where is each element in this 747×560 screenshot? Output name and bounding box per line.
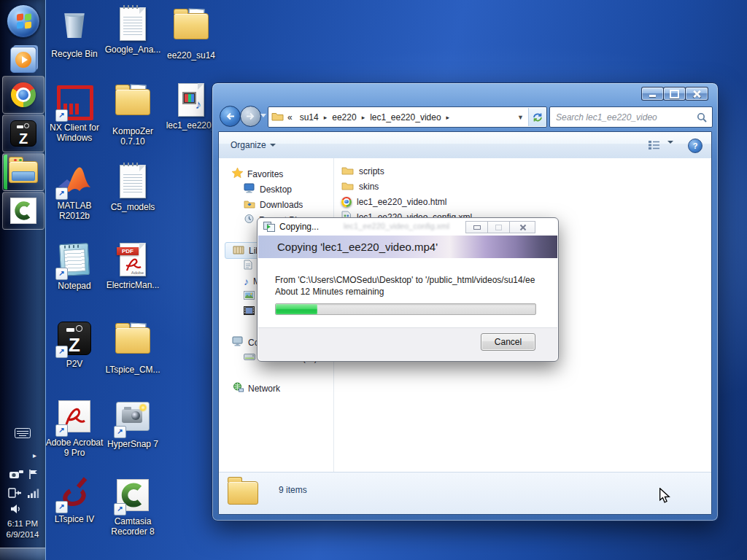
dialog-minimize-button[interactable] — [465, 221, 488, 233]
taskbar-item-media-player[interactable] — [10, 47, 36, 73]
desktop-icon-notepad[interactable]: ↗ Notepad — [42, 241, 107, 291]
command-toolbar: Organize ? — [219, 132, 711, 159]
search-icon[interactable] — [697, 112, 712, 122]
breadcrumb-ee220[interactable]: ee220 — [328, 112, 360, 122]
desktop-icon-c5-models[interactable]: C5_models — [101, 163, 165, 212]
back-arrow-icon — [225, 112, 235, 120]
desktop-icon-label: MATLAB R2012b — [42, 201, 107, 222]
refresh-button[interactable] — [528, 108, 546, 126]
desktop-icon-p2v[interactable]: Z ↗ P2V — [42, 320, 107, 369]
explorer-folder-icon — [9, 161, 38, 183]
forward-button[interactable] — [240, 106, 261, 127]
ltspice-icon: ↗ — [57, 477, 92, 512]
recent-places-icon — [244, 214, 255, 226]
z-app-icon: Z ↗ — [57, 322, 92, 357]
dialog-maximize-button — [487, 221, 510, 233]
sidebar-item-network[interactable]: Network — [232, 381, 280, 396]
folder-icon — [341, 166, 354, 177]
forward-arrow-icon — [246, 112, 255, 120]
dialog-title: Copying... — [279, 222, 319, 232]
taskbar-item-camtasia[interactable] — [2, 192, 44, 230]
picture-icon — [244, 291, 255, 302]
desktop-icon-nx-client[interactable]: ↗ NX Client for Windows — [42, 82, 107, 144]
desktop-icon-ltspice[interactable]: ↗ LTspice IV — [42, 477, 107, 524]
change-view-button[interactable] — [648, 140, 660, 153]
desktop-icon-label: NX Client for Windows — [42, 122, 107, 144]
notepad-icon: ↗ — [57, 244, 92, 279]
search-input[interactable] — [550, 112, 697, 122]
media-player-icon — [15, 52, 31, 68]
desktop-icon-hypersnap[interactable]: ↗ HyperSnap 7 — [101, 398, 165, 449]
show-desktop-button[interactable] — [0, 548, 45, 560]
nx-client-icon: ↗ — [57, 85, 92, 120]
copy-progress-dialog: Copying... lec1_ee220_video_config.xml C… — [257, 217, 559, 362]
monitor-icon — [244, 183, 255, 195]
desktop-icon-camtasia-recorder[interactable]: ↗ Camtasia Recorder 8 — [101, 477, 165, 537]
view-dropdown-icon[interactable] — [667, 144, 673, 157]
desktop-icon-ltspice-cm[interactable]: LTspice_CM... — [101, 320, 165, 375]
folder-icon — [341, 181, 354, 192]
taskbar-item-chrome[interactable] — [2, 76, 44, 114]
desktop-icon-google-ana[interactable]: Google_Ana... — [101, 6, 165, 55]
sidebar-item-downloads[interactable]: Downloads — [244, 197, 303, 212]
capture-tray-icon[interactable] — [9, 469, 24, 483]
desktop-icon-label: C5_models — [101, 202, 165, 212]
minimize-button[interactable] — [641, 87, 664, 101]
show-hidden-icons-button[interactable]: ▸ — [33, 451, 36, 459]
file-row-skins[interactable]: skins — [341, 179, 379, 194]
acrobat-icon: ↗ — [57, 400, 92, 435]
organize-button[interactable]: Organize — [231, 140, 276, 150]
desktop-icon-label: Notepad — [42, 281, 107, 291]
sidebar-item-desktop[interactable]: Desktop — [244, 182, 292, 197]
copy-from-to-text: From 'C:\Users\CMOSedu\Desktop' to '/pub… — [275, 275, 548, 285]
pdf-file-icon: PDF Adobe — [115, 243, 150, 278]
dialog-footer: Cancel — [258, 327, 557, 360]
maximize-button[interactable] — [663, 87, 686, 101]
cancel-button[interactable]: Cancel — [481, 333, 535, 351]
address-dropdown-icon[interactable]: ▼ — [513, 114, 528, 121]
power-tray-icon[interactable] — [8, 487, 22, 502]
desktop-icon-recycle-bin[interactable]: Recycle Bin — [42, 6, 107, 59]
recent-pages-dropdown[interactable] — [260, 114, 266, 117]
close-icon — [692, 90, 701, 98]
keyboard-tray-icon[interactable] — [15, 428, 31, 441]
taskbar: Z ▸ — [0, 0, 46, 560]
folder-icon — [115, 327, 150, 362]
text-file-icon — [115, 7, 150, 42]
sidebar-item-favorites[interactable]: Favorites — [232, 166, 283, 182]
desktop-icon-matlab[interactable]: ↗ MATLAB R2012b — [42, 163, 107, 222]
z-app-icon: Z — [10, 120, 36, 147]
back-button[interactable] — [220, 106, 241, 127]
camtasia-icon — [10, 198, 36, 224]
close-icon — [519, 224, 526, 230]
desktop-icon-ee220-su14[interactable]: ee220_su14 — [159, 6, 223, 61]
help-button[interactable]: ? — [688, 139, 703, 153]
volume-tray-icon[interactable] — [10, 504, 23, 517]
flag-tray-icon[interactable] — [28, 469, 39, 483]
start-button[interactable] — [7, 4, 40, 38]
taskbar-clock[interactable]: 6:11 PM 6/9/2014 — [0, 518, 45, 540]
close-button[interactable] — [685, 87, 708, 101]
desktop-icon-label: Camtasia Recorder 8 — [101, 516, 165, 537]
address-bar[interactable]: « su14 ee220 lec1_ee220_video ▼ — [268, 106, 547, 128]
network-signal-tray-icon[interactable] — [28, 488, 39, 501]
recycle-bin-icon — [57, 12, 92, 47]
breadcrumb-overflow[interactable]: « — [284, 112, 296, 122]
dialog-close-button[interactable] — [509, 221, 535, 233]
file-row-scripts[interactable]: scripts — [341, 163, 384, 179]
breadcrumb-su14[interactable]: su14 — [296, 112, 322, 122]
shortcut-arrow-icon: ↗ — [55, 424, 68, 437]
desktop-icon-label: Recycle Bin — [42, 49, 107, 59]
taskbar-item-p2v[interactable]: Z — [2, 114, 44, 152]
mouse-cursor — [659, 488, 672, 507]
breadcrumb-lec1-ee220-video[interactable]: lec1_ee220_video — [366, 112, 444, 122]
desktop-icon-electricman-pdf[interactable]: PDF Adobe ElectricMan... — [101, 241, 165, 290]
status-folder-icon — [228, 477, 258, 505]
file-row-html[interactable]: lec1_ee220_video.html — [341, 194, 446, 209]
shortcut-arrow-icon: ↗ — [55, 268, 68, 280]
desktop-icon-acrobat[interactable]: ↗ Adobe Acrobat 9 Pro — [42, 398, 107, 459]
time-remaining-text: About 12 Minutes remaining — [275, 287, 548, 297]
clock-time: 6:11 PM — [0, 518, 45, 529]
desktop-icon-kompozer[interactable]: KompoZer 0.7.10 — [101, 82, 165, 147]
taskbar-item-explorer[interactable] — [2, 153, 44, 191]
